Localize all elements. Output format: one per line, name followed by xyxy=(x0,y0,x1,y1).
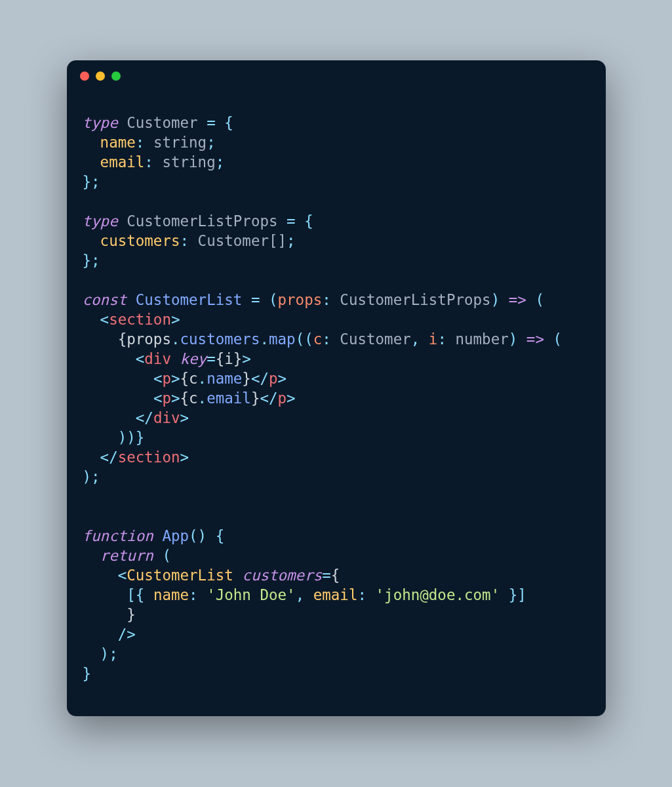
keyword-type: type xyxy=(83,212,118,230)
window-titlebar xyxy=(67,60,606,92)
method-map: map xyxy=(269,331,296,348)
attr-customers: customers xyxy=(242,567,322,584)
keyword-const: const xyxy=(83,291,127,308)
self-close-tag: /> xyxy=(118,626,136,643)
prop-email: email xyxy=(100,153,145,171)
param-c: c xyxy=(313,331,323,348)
minimize-icon[interactable] xyxy=(96,71,105,81)
param-i: i xyxy=(429,331,438,348)
tag-div: div xyxy=(144,350,171,367)
string-johndoe: 'John Doe' xyxy=(207,586,295,603)
keyword-type: type xyxy=(83,114,118,131)
attr-key: key xyxy=(180,350,207,367)
close-icon[interactable] xyxy=(80,71,89,81)
maximize-icon[interactable] xyxy=(111,71,121,81)
code-editor[interactable]: type Customer = { name: string; email: s… xyxy=(67,92,606,716)
var-props: props xyxy=(127,331,171,348)
string-johnemail: 'john@doe.com' xyxy=(376,586,500,603)
component-customerlist: CustomerList xyxy=(127,567,233,584)
type-customerlistprops: CustomerListProps xyxy=(127,212,277,230)
keyword-function: function xyxy=(83,527,153,544)
fn-app: App xyxy=(162,527,189,544)
code-window: type Customer = { name: string; email: s… xyxy=(67,60,606,716)
prop-customers: customers xyxy=(100,232,180,249)
arrow-fn: => xyxy=(509,291,526,308)
prop-name: name xyxy=(100,134,136,151)
fn-customerlist: CustomerList xyxy=(136,291,243,308)
param-props: props xyxy=(278,291,323,308)
tag-p: p xyxy=(162,370,171,387)
type-customer: Customer xyxy=(127,114,197,131)
tag-section: section xyxy=(109,311,171,328)
keyword-return: return xyxy=(100,547,153,564)
